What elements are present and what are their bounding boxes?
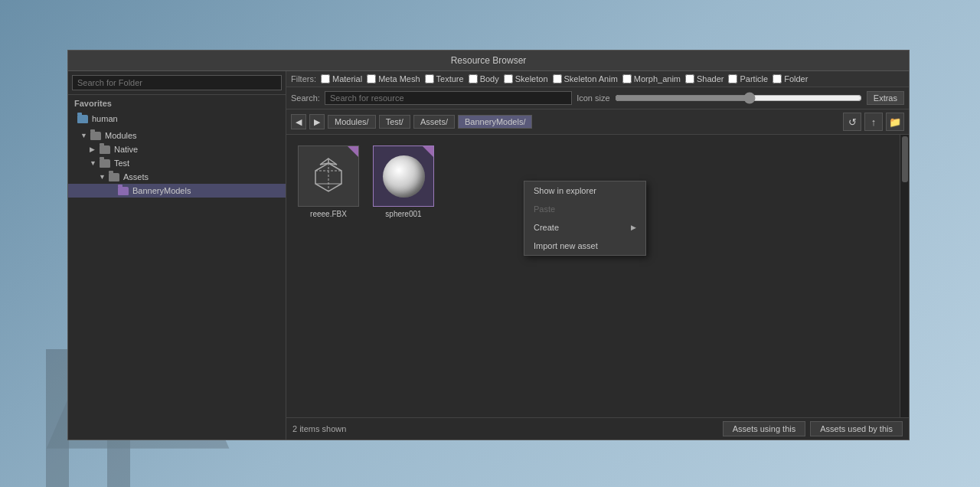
filter-skeletonanim-checkbox[interactable] <box>553 74 562 83</box>
main-area: Filters: Material Meta Mesh Texture <box>286 71 909 440</box>
folder-icon <box>100 145 110 154</box>
filter-folder-checkbox[interactable] <box>773 74 782 83</box>
filter-skeleton: Skeleton <box>504 74 548 83</box>
filter-morphanim-label: Morph_anim <box>634 74 681 83</box>
file-grid: reeee.FBX sphere001 <box>286 135 900 417</box>
search-input[interactable] <box>325 91 572 105</box>
tree-item-native[interactable]: ▶ Native <box>68 142 286 156</box>
context-import-new-asset[interactable]: Import new asset <box>524 237 645 255</box>
context-menu: Show in explorer Paste Create ▶ Import n… <box>524 181 646 256</box>
refresh-icon: ↺ <box>848 116 857 128</box>
scrollbar-thumb[interactable] <box>902 136 908 182</box>
filter-skeleton-checkbox[interactable] <box>504 74 513 83</box>
sphere-icon <box>383 155 425 198</box>
favorites-label: Favorites <box>68 95 286 112</box>
file-name-sphere: sphere001 <box>385 210 421 218</box>
context-create[interactable]: Create ▶ <box>524 218 645 237</box>
file-thumb-fbx <box>298 145 359 207</box>
breadcrumb-bannerymodels[interactable]: BanneryModels/ <box>458 115 533 129</box>
context-create-label: Create <box>534 223 559 232</box>
filter-skeleton-label: Skeleton <box>515 74 548 83</box>
filter-particle-checkbox[interactable] <box>728 74 737 83</box>
upload-icon: ↑ <box>871 116 877 128</box>
filter-texture-checkbox[interactable] <box>425 74 434 83</box>
file-corner <box>423 146 433 157</box>
filter-particle: Particle <box>728 74 768 83</box>
filter-morphanim: Morph_anim <box>622 74 681 83</box>
filter-metamesh-label: Meta Mesh <box>378 74 420 83</box>
folder-icon <box>118 187 129 195</box>
title-bar: Resource Browser <box>68 51 909 71</box>
sidebar: Favorites human ▼ Modules ▶ Nati <box>68 71 286 440</box>
assets-used-button[interactable]: Assets used by this <box>810 421 903 436</box>
tree-item-test[interactable]: ▼ Test <box>68 156 286 170</box>
filter-metamesh-checkbox[interactable] <box>367 74 376 83</box>
icon-size-label: Icon size <box>577 93 609 103</box>
nav-forward-button[interactable]: ▶ <box>309 114 325 129</box>
search-bar: Search: Icon size Extras <box>286 87 909 109</box>
filter-folder: Folder <box>773 74 808 83</box>
folder-icon <box>77 115 88 123</box>
tree-item-bannerymodels[interactable]: BanneryModels <box>68 184 286 198</box>
filter-skeletonanim-label: Skeleton Anim <box>564 74 618 83</box>
file-name-fbx: reeee.FBX <box>310 210 347 218</box>
tree-label: BanneryModels <box>132 186 191 195</box>
filter-skeletonanim: Skeleton Anim <box>553 74 618 83</box>
folder-icon <box>90 132 101 140</box>
status-bar: 2 items shown Assets using this Assets u… <box>286 417 909 440</box>
search-folder-input[interactable] <box>72 75 282 90</box>
extras-button[interactable]: Extras <box>867 91 904 105</box>
tree-item-assets[interactable]: ▼ Assets <box>68 170 286 184</box>
filter-shader: Shader <box>685 74 724 83</box>
context-import-label: Import new asset <box>534 241 598 250</box>
filters-label: Filters: <box>291 74 316 83</box>
context-show-label: Show in explorer <box>534 186 596 195</box>
scrollbar-track[interactable] <box>900 135 909 417</box>
favorite-human[interactable]: human <box>68 112 286 126</box>
tree-item-modules[interactable]: ▼ Modules <box>68 129 286 142</box>
file-item-fbx[interactable]: reeee.FBX <box>294 142 363 221</box>
file-thumb-sphere <box>373 145 434 207</box>
filter-morphanim-checkbox[interactable] <box>622 74 632 83</box>
filters-toolbar: Filters: Material Meta Mesh Texture <box>286 71 909 87</box>
icon-size-slider[interactable] <box>615 90 862 106</box>
expand-arrow <box>108 187 116 194</box>
upload-button[interactable]: ↑ <box>864 113 883 131</box>
items-shown-text: 2 items shown <box>292 424 718 433</box>
breadcrumb-modules[interactable]: Modules/ <box>328 115 376 129</box>
breadcrumb-assets[interactable]: Assets/ <box>413 115 455 129</box>
filter-texture-label: Texture <box>436 74 464 83</box>
favorite-label: human <box>92 114 118 123</box>
breadcrumb-test[interactable]: Test/ <box>379 115 410 129</box>
filter-material-label: Material <box>332 74 362 83</box>
breadcrumb-bar: ◀ ▶ Modules/ Test/ Assets/ BanneryModels… <box>286 109 909 135</box>
folder-tree: ▼ Modules ▶ Native ▼ Test <box>68 126 286 440</box>
filter-folder-label: Folder <box>784 74 808 83</box>
open-folder-icon: 📁 <box>889 116 901 128</box>
filter-shader-label: Shader <box>697 74 724 83</box>
filter-shader-checkbox[interactable] <box>685 74 694 83</box>
filter-metamesh: Meta Mesh <box>367 74 420 83</box>
folder-icon <box>109 173 119 181</box>
refresh-button[interactable]: ↺ <box>843 113 861 131</box>
file-corner <box>348 146 358 157</box>
file-item-sphere[interactable]: sphere001 <box>369 142 438 221</box>
filter-particle-label: Particle <box>740 74 768 83</box>
context-paste-label: Paste <box>534 204 555 214</box>
folder-icon <box>100 159 110 168</box>
filter-body-checkbox[interactable] <box>469 74 478 83</box>
tree-label: Modules <box>105 131 137 140</box>
context-show-in-explorer[interactable]: Show in explorer <box>524 181 645 200</box>
filter-body: Body <box>469 74 499 83</box>
breadcrumb-actions: ↺ ↑ 📁 <box>843 113 904 131</box>
tree-label: Test <box>114 159 129 168</box>
expand-arrow: ▼ <box>80 132 88 139</box>
filter-body-label: Body <box>480 74 499 83</box>
filter-material-checkbox[interactable] <box>321 74 330 83</box>
nav-back-button[interactable]: ◀ <box>291 114 306 129</box>
expand-arrow: ▶ <box>90 145 97 153</box>
tree-label: Native <box>114 145 138 154</box>
assets-using-button[interactable]: Assets using this <box>723 421 806 436</box>
folder-button[interactable]: 📁 <box>886 113 904 131</box>
expand-arrow: ▼ <box>99 173 106 181</box>
